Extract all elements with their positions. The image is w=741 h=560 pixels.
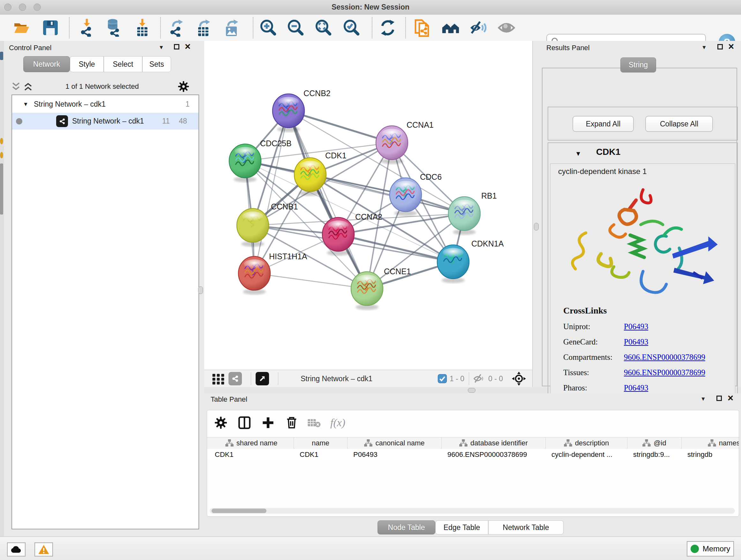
graph-node-CCNB1[interactable]: CCNB1 (237, 202, 298, 247)
panel-close-button[interactable]: × (728, 44, 734, 50)
tab-style[interactable]: Style (70, 56, 104, 72)
function-builder-button[interactable]: f(x) (330, 417, 345, 429)
graph-node-RB1[interactable]: RB1 (448, 191, 497, 235)
network-collection-row[interactable]: ▼ String Network – cdk1 1 (12, 96, 199, 113)
network-list: ▼ String Network – cdk1 1 String Network… (11, 95, 199, 530)
graph-node-label-CDK1: CDK1 (325, 151, 347, 160)
zoom-fit-button[interactable] (315, 18, 333, 37)
protein-structure-image (556, 178, 731, 303)
column-header-database-identifier[interactable]: database identifier (442, 437, 546, 449)
show-columns-button[interactable] (236, 414, 253, 431)
trash-icon (286, 416, 298, 429)
memory-button[interactable]: Memory (687, 541, 734, 557)
current-network-title: String Network – cdk1 (300, 374, 373, 383)
hidden-eye-icon[interactable] (474, 374, 486, 384)
share-file-button[interactable] (414, 18, 432, 37)
import-network-database-button[interactable] (105, 18, 123, 37)
graph-node-CCNE1[interactable]: CCNE1 (351, 267, 411, 310)
column-header-canonical-name[interactable]: canonical name (347, 437, 442, 449)
tab-network-table[interactable]: Network Table (488, 520, 563, 535)
birds-eye-view-icon[interactable] (256, 372, 269, 385)
cloud-status-button[interactable] (7, 543, 25, 557)
crosslink-genecard[interactable]: P06493 (624, 337, 648, 347)
panel-menu-caret-icon[interactable]: ▼ (701, 44, 707, 51)
tab-edge-table[interactable]: Edge Table (435, 520, 488, 535)
tab-node-table[interactable]: Node Table (378, 520, 435, 535)
graph-edge-CCNE1-HIST1H1A[interactable] (254, 273, 367, 289)
selected-checkbox-icon[interactable] (437, 374, 447, 383)
zoom-out-button[interactable] (287, 18, 305, 37)
collapse-all-button[interactable]: Collapse All (645, 116, 713, 132)
graph-node-label-CCNA1: CCNA1 (407, 120, 434, 129)
network-share-view-icon[interactable] (228, 372, 242, 385)
scrollbar-thumb[interactable] (212, 509, 266, 513)
memory-status-dot-icon (690, 545, 699, 553)
export-table-button[interactable] (194, 18, 212, 37)
graph-node-CCNA1[interactable]: CCNA1 (376, 120, 434, 164)
tab-select[interactable]: Select (104, 56, 142, 72)
network-graph[interactable]: CCNB2CCNA1CDC25BCDK1CDC6RB1CCNB1CCNA2CDK… (204, 41, 532, 370)
delete-column-button[interactable] (283, 414, 300, 431)
export-image-button[interactable] (222, 18, 240, 37)
section-expander-icon[interactable]: ▼ (575, 150, 582, 158)
column-header-namespace[interactable]: namespace (682, 437, 739, 449)
crosslink-compartments[interactable]: 9606.ENSP00000378699 (624, 353, 705, 362)
network-view-toolbar: String Network – cdk1 1 - 0 0 - 0 (204, 370, 532, 387)
open-session-button[interactable] (13, 18, 30, 37)
divider-grip[interactable] (468, 388, 475, 393)
panel-menu-caret-icon[interactable]: ▼ (158, 44, 164, 51)
add-column-button[interactable] (259, 414, 277, 431)
show-all-button[interactable] (497, 18, 515, 37)
graph-edge-CCNB2-CCNE1[interactable] (288, 111, 367, 289)
refresh-view-button[interactable] (379, 18, 397, 37)
tree-expander-icon[interactable]: ▼ (23, 101, 28, 108)
graph-edge-CCNB2-HIST1H1A[interactable] (254, 111, 288, 273)
import-network-file-button[interactable] (78, 18, 96, 37)
expand-all-button[interactable]: Expand All (572, 116, 634, 132)
crosslink-tissues[interactable]: 9606.ENSP00000378699 (624, 368, 705, 377)
divider-grip[interactable] (534, 223, 539, 231)
grid-view-icon[interactable] (212, 372, 225, 385)
hide-panel-button[interactable] (469, 18, 487, 37)
panel-menu-caret-icon[interactable]: ▼ (700, 396, 706, 402)
panel-float-button[interactable] (174, 44, 179, 50)
right-split-divider[interactable] (532, 41, 540, 387)
tab-sets[interactable]: Sets (142, 56, 171, 72)
separator (251, 372, 251, 385)
tab-string[interactable]: String (620, 57, 656, 72)
fit-selected-crosshair-icon[interactable] (512, 372, 526, 386)
control-panel-tabs: Network Style Select Sets (23, 56, 171, 72)
warnings-button[interactable] (35, 543, 53, 557)
panel-float-button[interactable] (717, 395, 722, 401)
network-row-selected[interactable]: String Network – cdk1 11 48 (12, 113, 199, 130)
network-canvas[interactable]: CCNB2CCNA1CDC25BCDK1CDC6RB1CCNB1CCNA2CDK… (204, 41, 532, 370)
horizontal-scrollbar[interactable] (210, 508, 735, 514)
column-header-description[interactable]: description (546, 437, 627, 449)
save-session-button[interactable] (42, 18, 59, 37)
divider-grip[interactable] (198, 287, 203, 294)
tab-network[interactable]: Network (23, 56, 70, 72)
column-header-id[interactable]: @id (627, 437, 682, 449)
column-header-shared-name[interactable]: shared name (209, 437, 294, 449)
string-network-icon (56, 115, 68, 127)
panel-close-button[interactable]: × (728, 395, 733, 401)
import-table-file-button[interactable] (133, 18, 151, 37)
hierarchy-icon (459, 439, 468, 447)
table-settings-button[interactable] (212, 414, 229, 431)
zoom-selected-button[interactable] (343, 18, 360, 37)
column-header-name[interactable]: name (294, 437, 347, 449)
gear-icon[interactable] (178, 81, 189, 92)
export-network-button[interactable] (167, 18, 185, 37)
table-row[interactable]: CDK1 CDK1 P06493 9606.ENSP00000378699 cy… (207, 449, 739, 460)
crosslink-pharos[interactable]: P06493 (624, 383, 648, 392)
graph-node-HIST1H1A[interactable]: HIST1H1A (239, 252, 307, 295)
graph-node-CDC25B[interactable]: CDC25B (229, 139, 292, 182)
panel-close-button[interactable]: × (185, 44, 191, 50)
graph-node-CCNB2[interactable]: CCNB2 (273, 89, 331, 132)
zoom-in-button[interactable] (259, 18, 277, 37)
graph-node-label-CDC6: CDC6 (420, 172, 442, 181)
graph-node-CDKN1A[interactable]: CDKN1A (437, 239, 504, 283)
panel-float-button[interactable] (718, 44, 723, 50)
crosslink-uniprot[interactable]: P06493 (624, 322, 648, 331)
string-home-button[interactable] (442, 18, 460, 37)
